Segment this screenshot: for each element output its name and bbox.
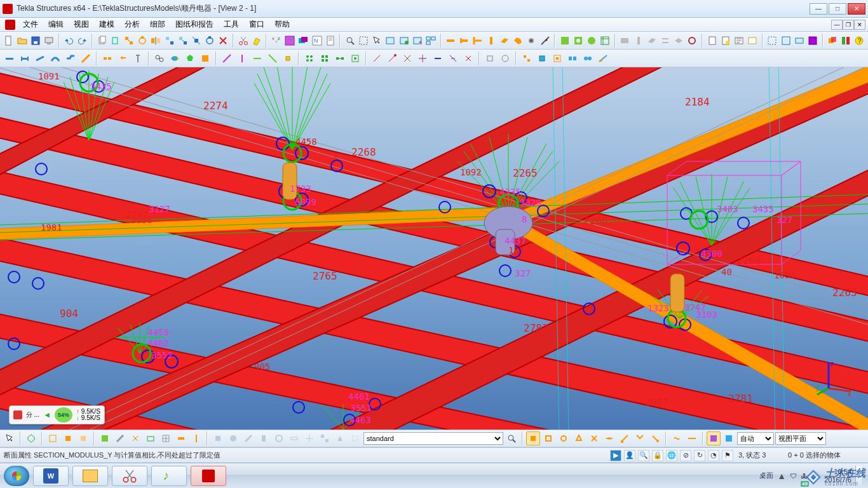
tb2-conn2[interactable] [116,51,130,65]
status-lock-icon[interactable]: 🔒 [652,450,663,461]
tb-move[interactable] [163,34,175,48]
tb2-tape[interactable] [168,51,182,65]
tb-column[interactable] [485,34,497,48]
menu-detail[interactable]: 细部 [145,18,170,31]
tb-beam3[interactable] [471,34,484,48]
tb-report[interactable] [324,34,336,48]
tb-drawing3[interactable] [733,34,745,48]
tb3-9[interactable] [498,51,512,65]
task-explorer[interactable] [72,466,108,486]
tb-view-next[interactable] [398,34,410,48]
sel-s1[interactable] [211,431,225,445]
tb4-3[interactable] [550,51,564,65]
sel-bolt[interactable] [174,431,188,445]
tb4-5[interactable] [581,51,595,65]
tb-concrete1[interactable] [619,34,631,48]
show-desktop-button[interactable] [855,466,862,486]
tb-undo[interactable] [63,34,75,48]
sel-s3[interactable] [241,431,255,445]
start-button[interactable] [4,466,29,486]
tb-component1[interactable] [559,34,571,48]
snap-2[interactable] [541,431,555,445]
tb-redo[interactable] [76,34,88,48]
tb4-4[interactable] [566,51,580,65]
menu-edit[interactable]: 编辑 [43,18,69,31]
tb-highlight[interactable] [250,34,262,48]
tray-clock[interactable]: 10:54 2016/7/6 [824,468,851,483]
tb-component-catalog[interactable] [599,34,611,48]
sel-s8[interactable] [318,431,332,445]
tb-copy-rotate[interactable] [137,34,149,48]
tb-bolt[interactable] [526,34,538,48]
tb-workarea4[interactable] [806,34,818,48]
tb2-g2[interactable] [318,51,332,65]
menu-analysis[interactable]: 分析 [119,18,145,31]
tb4-1[interactable] [520,51,534,65]
menu-model[interactable]: 建模 [94,18,119,31]
tb2-conn1[interactable] [100,51,114,65]
menu-tools[interactable]: 工具 [219,18,244,31]
menu-file[interactable]: 文件 [18,18,43,31]
model-viewport[interactable]: 分 ... ◄ 54% 9.5K/S 9.5K/S x y z 10913435… [0,67,868,430]
tb2-b6[interactable] [79,51,93,65]
status-user-icon[interactable]: 👤 [624,450,635,461]
snap-7[interactable] [618,431,632,445]
axis-widget[interactable]: x y z [816,360,854,398]
status-globe-icon[interactable]: 🌐 [666,450,677,461]
snap-free[interactable] [670,431,684,445]
tray-net-icon[interactable]: 🖧 [801,472,808,480]
tb2-b2[interactable] [18,51,32,65]
tb3-6[interactable] [446,51,460,65]
sel-s5[interactable] [272,431,286,445]
sel-s10[interactable] [348,431,362,445]
tb-rebar[interactable] [686,34,698,48]
tb-phase[interactable] [840,34,852,48]
tb-concrete3[interactable] [646,34,658,48]
menu-drawings[interactable]: 图纸和报告 [170,18,219,31]
tb-beam2[interactable] [458,34,470,48]
tb-slab[interactable] [673,34,685,48]
mdi-restore-button[interactable]: ❐ [843,20,854,30]
tb3-5[interactable] [431,51,445,65]
tb4-2[interactable] [535,51,549,65]
window-maximize-button[interactable]: □ [829,3,846,15]
tray-vol-icon[interactable]: 🔊 [811,471,820,480]
badge-prev-icon[interactable]: ◄ [43,410,51,419]
status-search-icon[interactable]: 🔍 [638,450,649,461]
tb-component3[interactable] [586,34,598,48]
tb-drawing1[interactable] [706,34,718,48]
tb2-b1[interactable] [3,51,17,65]
status-play-icon[interactable]: ▶ [610,450,621,461]
sel-weld[interactable] [113,431,127,445]
snap-1[interactable] [526,431,540,445]
sel-all[interactable] [24,431,38,445]
tb-drawing2[interactable] [719,34,731,48]
sel-cursor[interactable] [3,431,17,445]
task-word[interactable]: W [33,466,69,486]
tb2-p4[interactable] [266,51,280,65]
snap-9[interactable] [648,431,662,445]
tb-zoom-window[interactable] [358,34,370,48]
tb2-g3[interactable] [333,51,347,65]
tb3-1[interactable] [370,51,384,65]
tb-xyz[interactable]: XYZ [270,34,282,48]
tb-view-prev[interactable] [384,34,397,48]
sel-rebar[interactable] [189,431,203,445]
sel-auto-combo[interactable]: 自动 [737,432,774,445]
tb-pick[interactable] [371,34,383,48]
tb-clash[interactable] [827,34,839,48]
tb-move-rotate[interactable] [204,34,216,48]
tb-magnify[interactable] [344,34,356,48]
tb-concrete4[interactable] [659,34,671,48]
tb-component2[interactable] [572,34,584,48]
tb-drawing4[interactable] [747,34,759,48]
sel-s7[interactable] [302,431,316,445]
tb2-p1[interactable] [220,51,234,65]
tb-copy-mirror[interactable] [150,34,162,48]
snap-8[interactable] [633,431,647,445]
tb-view-list[interactable] [424,34,437,48]
tb3-3[interactable] [400,51,414,65]
tb2-g4[interactable] [348,51,362,65]
tb2-p2[interactable] [235,51,249,65]
tb-grid[interactable] [284,34,296,48]
